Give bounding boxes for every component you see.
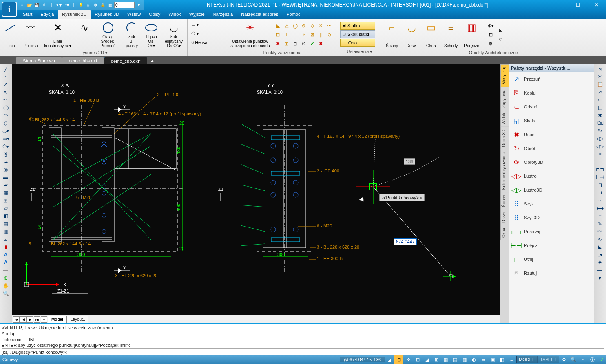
- tool-line-icon[interactable]: ╱: [1, 65, 11, 73]
- rtool-copy-icon[interactable]: ⎘: [595, 65, 605, 73]
- snap-center-icon[interactable]: ◯: [291, 22, 299, 30]
- menu-rysunek-3d[interactable]: Rysunek 3D: [91, 10, 123, 19]
- palette-item-skala[interactable]: ◱Skala: [509, 114, 594, 128]
- tool-zoom-icon[interactable]: 🔍: [1, 290, 11, 297]
- status-ok-icon[interactable]: ✔: [597, 355, 606, 364]
- layout-first-icon[interactable]: ⏮: [13, 316, 20, 323]
- ellipse-button[interactable]: Elipsa Oś-Oś▾: [142, 20, 160, 49]
- rtool-mirror3d-icon[interactable]: ◁▷: [595, 143, 605, 150]
- rtool-pedit-icon[interactable]: 〰: [595, 228, 605, 235]
- palette-item-szyk[interactable]: ⠿Szyk: [509, 197, 594, 211]
- rtool-join-icon[interactable]: ⊢⊣: [595, 174, 605, 181]
- tool-ucs-icon[interactable]: ⊕: [1, 274, 11, 282]
- rtool-split-icon[interactable]: ≡: [595, 212, 605, 220]
- rect-button[interactable]: ▭ ▾: [189, 20, 201, 29]
- drawing-canvas[interactable]: X-X SKALA: 1:10 1 - HE 300 B 2 - IPE 400…: [12, 64, 500, 315]
- snap-none-icon[interactable]: ∅: [300, 40, 308, 48]
- grid-button[interactable]: ⊞Siatka: [340, 22, 375, 30]
- layout-last-icon[interactable]: ⏭: [34, 316, 40, 323]
- doors-button[interactable]: ◡Drzwi: [403, 20, 420, 49]
- elliptical-arc-button[interactable]: ◡Łuk eliptyczny Oś-Oś▾: [162, 20, 186, 49]
- rtool-cut-icon[interactable]: ✂: [595, 73, 605, 80]
- status-ann-icon[interactable]: ▣: [488, 355, 497, 364]
- tool-plane-icon[interactable]: ▱: [1, 205, 11, 212]
- layers-icon[interactable]: ▦: [107, 2, 113, 8]
- rtool-scale-icon[interactable]: ◱: [595, 104, 605, 111]
- rtool-mirror-icon[interactable]: ◁▷: [595, 135, 605, 142]
- status-vp-icon[interactable]: ▭: [479, 355, 488, 364]
- polygon-button[interactable]: ⬠ ▾: [189, 29, 201, 38]
- status-otrack-icon[interactable]: ◢: [422, 355, 431, 364]
- status-osnap-icon[interactable]: ⊞: [413, 355, 422, 364]
- command-window[interactable]: >>ENTER, Prawe kliknięcie lub Esc w celu…: [0, 323, 606, 355]
- status-polar-icon[interactable]: ✛: [404, 355, 413, 364]
- menu-narzedzia-ekspres[interactable]: Narzędzia ekspres: [237, 10, 282, 19]
- palette-tab-drzwi[interactable]: Drzwi: [500, 210, 509, 225]
- snap-node-icon[interactable]: ⊗: [300, 22, 308, 30]
- palette-tab-modyfikuj[interactable]: Modyfikuj: [500, 64, 509, 87]
- status-lwt-icon[interactable]: ▦: [441, 355, 450, 364]
- panel-label-draw[interactable]: Rysunek 2D ▾: [1, 50, 186, 56]
- snap-clear-icon[interactable]: ✖: [274, 40, 282, 48]
- tool-xline-icon[interactable]: ⋰: [1, 73, 11, 80]
- tool-ellipse-icon[interactable]: ⬯: [1, 119, 11, 127]
- distance-input[interactable]: 674.0447: [394, 238, 417, 245]
- tool-arc-icon[interactable]: ◠: [1, 112, 11, 119]
- lightbulb-icon[interactable]: 💡: [77, 2, 84, 8]
- tool-text-icon[interactable]: A: [1, 251, 11, 258]
- palette-item-utnij[interactable]: ⊓Utnij: [509, 252, 594, 266]
- railings-button[interactable]: ▥Poręcze: [462, 20, 482, 49]
- palette-tab-kolejnosc[interactable]: Kolejność rysowania: [500, 150, 509, 192]
- palette-tab-okna[interactable]: Okna: [500, 225, 509, 240]
- snap-off-icon[interactable]: ✖: [317, 40, 325, 48]
- snap-3d-icon[interactable]: ⊟: [291, 40, 299, 48]
- palette-item-lustro3d[interactable]: ◁▷Lustro3D: [509, 183, 594, 197]
- status-ortho-icon[interactable]: ⊡: [394, 355, 403, 364]
- palette-item-przesun[interactable]: ↗Przesuń: [509, 72, 594, 86]
- close-button[interactable]: ✕: [587, 0, 606, 10]
- ortho-button[interactable]: ∟Orto: [340, 39, 375, 47]
- tab-demo-bbs[interactable]: demo_bbs.dxf: [62, 57, 104, 64]
- menu-edycja[interactable]: Edycja: [36, 10, 58, 19]
- menu-widok[interactable]: Widok: [164, 10, 185, 19]
- tool-donut-icon[interactable]: ◎: [1, 166, 11, 173]
- palette-tab-widok[interactable]: Widok: [500, 110, 509, 127]
- snap-tangent-icon[interactable]: ⌒: [291, 31, 299, 39]
- palette-item-rzutuj[interactable]: ⧈Rzutuj: [509, 266, 594, 280]
- polyline-button[interactable]: 〰Polilinia: [21, 20, 40, 49]
- rtool-edit-icon[interactable]: ✎: [595, 220, 605, 227]
- snap-parallel-icon[interactable]: ∥: [317, 31, 325, 39]
- arch-refresh-button[interactable]: ↻: [496, 35, 504, 43]
- menu-pomoc[interactable]: Pomoc: [282, 10, 304, 19]
- layout-add-icon[interactable]: +: [41, 316, 47, 323]
- add-tab-button[interactable]: +: [148, 58, 156, 64]
- status-list-icon[interactable]: ≡: [507, 355, 516, 364]
- walls-button[interactable]: ⌐Ściany: [383, 20, 401, 49]
- palette-tab-zapytania[interactable]: Zapytania: [500, 87, 509, 110]
- tab-strona-startowa[interactable]: Strona Startowa: [16, 57, 62, 64]
- menu-start[interactable]: Start: [19, 10, 36, 19]
- palette-item-polacz[interactable]: ⊢⊣Połącz: [509, 238, 594, 252]
- redo-icon[interactable]: ↷▾: [63, 2, 69, 8]
- snap-extension-icon[interactable]: ⋯: [325, 22, 334, 30]
- line-button[interactable]: Linia: [2, 20, 20, 49]
- tool-curve-icon[interactable]: ∿: [1, 88, 11, 96]
- palette-tab-sciany[interactable]: Ściany: [500, 192, 509, 210]
- snap-quad-icon[interactable]: ◇: [308, 22, 316, 30]
- open-icon[interactable]: 📂: [26, 2, 33, 8]
- menu-narzedzia[interactable]: Narzędzia: [209, 10, 237, 19]
- tool-pan-icon[interactable]: ✋: [1, 282, 11, 289]
- layout-next-icon[interactable]: ▶: [27, 316, 33, 323]
- tool-revcloud-icon[interactable]: ☁: [1, 158, 11, 165]
- rtool-move-icon[interactable]: ↗: [595, 88, 605, 96]
- rtool-explode-icon[interactable]: ✷: [595, 259, 605, 266]
- tool-wall-icon[interactable]: ▦: [1, 189, 11, 196]
- palette-item-szyk3d[interactable]: ⠿Szyk3D: [509, 211, 594, 225]
- status-gear-icon[interactable]: ⚙: [560, 355, 568, 364]
- palette-item-kopiuj[interactable]: ⎘Kopiuj: [509, 86, 594, 100]
- sun-icon[interactable]: ☼: [85, 2, 91, 8]
- arch-obj-button[interactable]: ⊞: [487, 31, 495, 39]
- rtool-trim-icon[interactable]: ⊓: [595, 181, 605, 189]
- tool-ray-icon[interactable]: ↗: [1, 81, 11, 88]
- tool-earc-icon[interactable]: ◡▾: [1, 127, 11, 135]
